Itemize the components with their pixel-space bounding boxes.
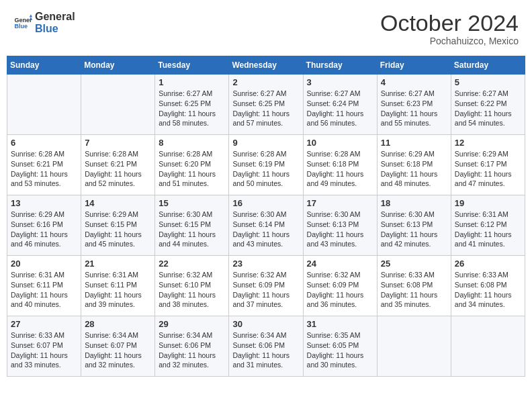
calendar-cell: 26Sunrise: 6:33 AM Sunset: 6:08 PM Dayli… bbox=[451, 256, 525, 316]
calendar-cell: 23Sunrise: 6:32 AM Sunset: 6:09 PM Dayli… bbox=[229, 256, 303, 316]
day-info: Sunrise: 6:27 AM Sunset: 6:25 PM Dayligh… bbox=[232, 89, 299, 128]
day-info: Sunrise: 6:34 AM Sunset: 6:06 PM Dayligh… bbox=[159, 330, 225, 370]
day-number: 31 bbox=[307, 319, 373, 329]
calendar-cell: 6Sunrise: 6:28 AM Sunset: 6:21 PM Daylig… bbox=[7, 135, 81, 195]
day-info: Sunrise: 6:27 AM Sunset: 6:25 PM Dayligh… bbox=[159, 89, 225, 128]
calendar-cell: 24Sunrise: 6:32 AM Sunset: 6:09 PM Dayli… bbox=[303, 256, 377, 316]
calendar-cell bbox=[377, 316, 451, 377]
day-number: 8 bbox=[159, 138, 225, 148]
calendar-cell: 31Sunrise: 6:35 AM Sunset: 6:05 PM Dayli… bbox=[303, 316, 377, 377]
calendar-cell: 12Sunrise: 6:29 AM Sunset: 6:17 PM Dayli… bbox=[451, 135, 525, 195]
calendar-cell: 30Sunrise: 6:34 AM Sunset: 6:06 PM Dayli… bbox=[229, 316, 303, 377]
day-info: Sunrise: 6:33 AM Sunset: 6:08 PM Dayligh… bbox=[455, 270, 521, 310]
day-info: Sunrise: 6:28 AM Sunset: 6:21 PM Dayligh… bbox=[11, 149, 77, 189]
calendar-cell: 2Sunrise: 6:27 AM Sunset: 6:25 PM Daylig… bbox=[229, 75, 303, 135]
day-number: 11 bbox=[381, 138, 447, 148]
day-info: Sunrise: 6:35 AM Sunset: 6:05 PM Dayligh… bbox=[307, 330, 373, 370]
weekday-header: Sunday bbox=[7, 56, 81, 75]
day-info: Sunrise: 6:29 AM Sunset: 6:18 PM Dayligh… bbox=[381, 149, 447, 189]
day-info: Sunrise: 6:29 AM Sunset: 6:15 PM Dayligh… bbox=[85, 210, 151, 249]
calendar-cell: 11Sunrise: 6:29 AM Sunset: 6:18 PM Dayli… bbox=[377, 135, 451, 195]
day-info: Sunrise: 6:28 AM Sunset: 6:19 PM Dayligh… bbox=[232, 149, 299, 189]
calendar-week-row: 1Sunrise: 6:27 AM Sunset: 6:25 PM Daylig… bbox=[7, 75, 525, 135]
calendar-cell: 22Sunrise: 6:32 AM Sunset: 6:10 PM Dayli… bbox=[155, 256, 229, 316]
day-info: Sunrise: 6:32 AM Sunset: 6:09 PM Dayligh… bbox=[232, 270, 299, 310]
day-number: 15 bbox=[159, 198, 225, 208]
calendar-cell: 21Sunrise: 6:31 AM Sunset: 6:11 PM Dayli… bbox=[81, 256, 155, 316]
day-number: 24 bbox=[307, 259, 373, 269]
day-number: 19 bbox=[455, 198, 521, 208]
calendar-cell: 13Sunrise: 6:29 AM Sunset: 6:16 PM Dayli… bbox=[7, 195, 81, 256]
weekday-header: Thursday bbox=[303, 56, 377, 75]
calendar-cell: 17Sunrise: 6:30 AM Sunset: 6:13 PM Dayli… bbox=[303, 195, 377, 256]
calendar-cell: 20Sunrise: 6:31 AM Sunset: 6:11 PM Dayli… bbox=[7, 256, 81, 316]
svg-marker-2 bbox=[30, 14, 32, 17]
calendar-cell: 28Sunrise: 6:34 AM Sunset: 6:07 PM Dayli… bbox=[81, 316, 155, 377]
calendar-cell: 16Sunrise: 6:30 AM Sunset: 6:14 PM Dayli… bbox=[229, 195, 303, 256]
logo-line1: General bbox=[35, 11, 75, 23]
weekday-header: Tuesday bbox=[155, 56, 229, 75]
day-info: Sunrise: 6:28 AM Sunset: 6:20 PM Dayligh… bbox=[159, 149, 225, 189]
calendar-cell: 10Sunrise: 6:28 AM Sunset: 6:18 PM Dayli… bbox=[303, 135, 377, 195]
calendar-body: 1Sunrise: 6:27 AM Sunset: 6:25 PM Daylig… bbox=[7, 75, 525, 377]
header-row: SundayMondayTuesdayWednesdayThursdayFrid… bbox=[7, 56, 525, 75]
calendar-cell: 8Sunrise: 6:28 AM Sunset: 6:20 PM Daylig… bbox=[155, 135, 229, 195]
day-info: Sunrise: 6:27 AM Sunset: 6:23 PM Dayligh… bbox=[381, 89, 447, 128]
weekday-header: Saturday bbox=[451, 56, 525, 75]
calendar-cell bbox=[81, 75, 155, 135]
day-number: 10 bbox=[307, 138, 373, 148]
day-number: 1 bbox=[159, 77, 225, 87]
day-number: 7 bbox=[85, 138, 151, 148]
calendar-cell: 3Sunrise: 6:27 AM Sunset: 6:24 PM Daylig… bbox=[303, 75, 377, 135]
day-number: 14 bbox=[85, 198, 151, 208]
day-number: 3 bbox=[307, 77, 373, 87]
weekday-header: Friday bbox=[377, 56, 451, 75]
day-info: Sunrise: 6:31 AM Sunset: 6:11 PM Dayligh… bbox=[11, 270, 77, 310]
day-number: 12 bbox=[455, 138, 521, 148]
day-info: Sunrise: 6:28 AM Sunset: 6:18 PM Dayligh… bbox=[307, 149, 373, 189]
day-info: Sunrise: 6:30 AM Sunset: 6:13 PM Dayligh… bbox=[381, 210, 447, 249]
day-info: Sunrise: 6:31 AM Sunset: 6:12 PM Dayligh… bbox=[455, 210, 521, 249]
day-info: Sunrise: 6:31 AM Sunset: 6:11 PM Dayligh… bbox=[85, 270, 151, 310]
weekday-header: Monday bbox=[81, 56, 155, 75]
calendar-cell: 14Sunrise: 6:29 AM Sunset: 6:15 PM Dayli… bbox=[81, 195, 155, 256]
calendar-table: SundayMondayTuesdayWednesdayThursdayFrid… bbox=[7, 56, 525, 377]
day-info: Sunrise: 6:30 AM Sunset: 6:15 PM Dayligh… bbox=[159, 210, 225, 249]
calendar-week-row: 6Sunrise: 6:28 AM Sunset: 6:21 PM Daylig… bbox=[7, 135, 525, 195]
day-info: Sunrise: 6:28 AM Sunset: 6:21 PM Dayligh… bbox=[85, 149, 151, 189]
calendar-cell: 1Sunrise: 6:27 AM Sunset: 6:25 PM Daylig… bbox=[155, 75, 229, 135]
calendar-cell: 9Sunrise: 6:28 AM Sunset: 6:19 PM Daylig… bbox=[229, 135, 303, 195]
logo-line2: Blue bbox=[35, 23, 75, 35]
calendar-cell: 4Sunrise: 6:27 AM Sunset: 6:23 PM Daylig… bbox=[377, 75, 451, 135]
calendar-cell: 29Sunrise: 6:34 AM Sunset: 6:06 PM Dayli… bbox=[155, 316, 229, 377]
day-number: 22 bbox=[159, 259, 225, 269]
calendar-cell: 18Sunrise: 6:30 AM Sunset: 6:13 PM Dayli… bbox=[377, 195, 451, 256]
day-number: 21 bbox=[85, 259, 151, 269]
calendar-week-row: 20Sunrise: 6:31 AM Sunset: 6:11 PM Dayli… bbox=[7, 256, 525, 316]
location-title: Pochahuizco, Mexico bbox=[380, 36, 519, 46]
day-info: Sunrise: 6:29 AM Sunset: 6:16 PM Dayligh… bbox=[11, 210, 77, 249]
logo-icon: General Blue bbox=[13, 13, 32, 32]
day-number: 28 bbox=[85, 319, 151, 329]
day-info: Sunrise: 6:30 AM Sunset: 6:14 PM Dayligh… bbox=[232, 210, 299, 249]
logo: General Blue General Blue bbox=[13, 11, 75, 34]
day-number: 4 bbox=[381, 77, 447, 87]
day-number: 13 bbox=[11, 198, 77, 208]
calendar-cell bbox=[451, 316, 525, 377]
day-info: Sunrise: 6:27 AM Sunset: 6:24 PM Dayligh… bbox=[307, 89, 373, 128]
calendar-cell: 27Sunrise: 6:33 AM Sunset: 6:07 PM Dayli… bbox=[7, 316, 81, 377]
day-info: Sunrise: 6:30 AM Sunset: 6:13 PM Dayligh… bbox=[307, 210, 373, 249]
day-number: 18 bbox=[381, 198, 447, 208]
day-info: Sunrise: 6:29 AM Sunset: 6:17 PM Dayligh… bbox=[455, 149, 521, 189]
calendar-week-row: 13Sunrise: 6:29 AM Sunset: 6:16 PM Dayli… bbox=[7, 195, 525, 256]
calendar-header: SundayMondayTuesdayWednesdayThursdayFrid… bbox=[7, 56, 525, 75]
day-info: Sunrise: 6:34 AM Sunset: 6:06 PM Dayligh… bbox=[232, 330, 299, 370]
day-number: 23 bbox=[232, 259, 299, 269]
day-number: 26 bbox=[455, 259, 521, 269]
day-info: Sunrise: 6:32 AM Sunset: 6:10 PM Dayligh… bbox=[159, 270, 225, 310]
calendar-cell: 19Sunrise: 6:31 AM Sunset: 6:12 PM Dayli… bbox=[451, 195, 525, 256]
page-header: General Blue General Blue October 2024 P… bbox=[7, 7, 525, 50]
day-info: Sunrise: 6:32 AM Sunset: 6:09 PM Dayligh… bbox=[307, 270, 373, 310]
month-title: October 2024 bbox=[380, 11, 519, 36]
day-number: 25 bbox=[381, 259, 447, 269]
